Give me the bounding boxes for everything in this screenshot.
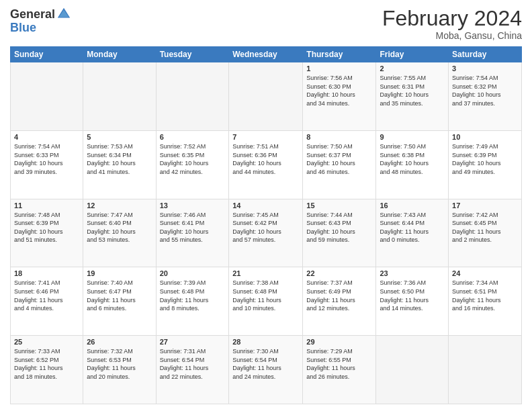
calendar-cell: 5Sunrise: 7:53 AM Sunset: 6:34 PM Daylig…	[83, 130, 156, 199]
day-number: 15	[306, 201, 372, 210]
logo-icon	[56, 7, 71, 21]
calendar-body: 1Sunrise: 7:56 AM Sunset: 6:30 PM Daylig…	[11, 62, 522, 404]
logo: General Blue	[10, 7, 71, 34]
calendar-week-row: 25Sunrise: 7:33 AM Sunset: 6:52 PM Dayli…	[11, 336, 522, 404]
calendar-header-cell: Saturday	[449, 47, 522, 62]
day-info: Sunrise: 7:31 AM Sunset: 6:54 PM Dayligh…	[160, 347, 226, 381]
calendar-cell: 3Sunrise: 7:54 AM Sunset: 6:32 PM Daylig…	[449, 62, 522, 131]
day-info: Sunrise: 7:37 AM Sunset: 6:49 PM Dayligh…	[306, 279, 372, 312]
day-number: 25	[14, 338, 79, 346]
day-number: 21	[232, 269, 299, 277]
calendar-cell: 4Sunrise: 7:54 AM Sunset: 6:33 PM Daylig…	[11, 130, 83, 199]
calendar-cell	[449, 336, 522, 404]
day-number: 23	[380, 269, 445, 277]
day-info: Sunrise: 7:50 AM Sunset: 6:38 PM Dayligh…	[380, 142, 445, 176]
calendar-cell	[229, 62, 303, 131]
calendar: SundayMondayTuesdayWednesdayThursdayFrid…	[10, 46, 522, 404]
calendar-header-row: SundayMondayTuesdayWednesdayThursdayFrid…	[11, 47, 522, 62]
calendar-cell: 16Sunrise: 7:43 AM Sunset: 6:44 PM Dayli…	[376, 199, 449, 267]
day-number: 14	[232, 201, 299, 210]
day-info: Sunrise: 7:38 AM Sunset: 6:48 PM Dayligh…	[232, 279, 299, 312]
day-number: 10	[452, 133, 518, 141]
day-info: Sunrise: 7:55 AM Sunset: 6:31 PM Dayligh…	[380, 74, 445, 107]
day-info: Sunrise: 7:54 AM Sunset: 6:33 PM Dayligh…	[14, 142, 79, 176]
calendar-cell: 14Sunrise: 7:45 AM Sunset: 6:42 PM Dayli…	[229, 199, 303, 267]
day-info: Sunrise: 7:44 AM Sunset: 6:43 PM Dayligh…	[306, 211, 372, 244]
day-info: Sunrise: 7:45 AM Sunset: 6:42 PM Dayligh…	[232, 211, 299, 244]
day-number: 7	[232, 133, 299, 141]
calendar-week-row: 18Sunrise: 7:41 AM Sunset: 6:46 PM Dayli…	[11, 267, 522, 336]
calendar-header-cell: Tuesday	[156, 47, 229, 62]
calendar-cell: 20Sunrise: 7:39 AM Sunset: 6:48 PM Dayli…	[156, 267, 229, 336]
day-number: 3	[452, 64, 518, 73]
calendar-cell: 11Sunrise: 7:48 AM Sunset: 6:39 PM Dayli…	[11, 199, 83, 267]
day-number: 2	[380, 64, 445, 73]
calendar-header-cell: Monday	[83, 47, 156, 62]
location: Moba, Gansu, China	[382, 30, 522, 41]
calendar-header-cell: Sunday	[11, 47, 83, 62]
header: General Blue February 2024 Moba, Gansu, …	[10, 7, 522, 41]
day-info: Sunrise: 7:47 AM Sunset: 6:40 PM Dayligh…	[87, 211, 152, 244]
day-info: Sunrise: 7:54 AM Sunset: 6:32 PM Dayligh…	[452, 74, 518, 107]
calendar-cell: 19Sunrise: 7:40 AM Sunset: 6:47 PM Dayli…	[83, 267, 156, 336]
calendar-header-cell: Wednesday	[229, 47, 303, 62]
day-info: Sunrise: 7:50 AM Sunset: 6:37 PM Dayligh…	[306, 142, 372, 176]
day-number: 28	[232, 338, 299, 346]
calendar-header: SundayMondayTuesdayWednesdayThursdayFrid…	[11, 47, 522, 62]
day-number: 18	[14, 269, 79, 277]
page: General Blue February 2024 Moba, Gansu, …	[0, 0, 532, 411]
day-info: Sunrise: 7:48 AM Sunset: 6:39 PM Dayligh…	[14, 211, 79, 244]
calendar-cell: 17Sunrise: 7:42 AM Sunset: 6:45 PM Dayli…	[449, 199, 522, 267]
calendar-cell	[376, 336, 449, 404]
calendar-header-cell: Thursday	[303, 47, 376, 62]
day-number: 20	[160, 269, 226, 277]
calendar-cell: 25Sunrise: 7:33 AM Sunset: 6:52 PM Dayli…	[11, 336, 83, 404]
day-number: 11	[14, 201, 79, 210]
day-info: Sunrise: 7:29 AM Sunset: 6:55 PM Dayligh…	[306, 347, 372, 381]
day-info: Sunrise: 7:52 AM Sunset: 6:35 PM Dayligh…	[160, 142, 226, 176]
calendar-cell: 12Sunrise: 7:47 AM Sunset: 6:40 PM Dayli…	[83, 199, 156, 267]
day-info: Sunrise: 7:39 AM Sunset: 6:48 PM Dayligh…	[160, 279, 226, 312]
day-info: Sunrise: 7:56 AM Sunset: 6:30 PM Dayligh…	[306, 74, 372, 107]
calendar-cell: 26Sunrise: 7:32 AM Sunset: 6:53 PM Dayli…	[83, 336, 156, 404]
month-title: February 2024	[382, 7, 522, 30]
calendar-cell: 18Sunrise: 7:41 AM Sunset: 6:46 PM Dayli…	[11, 267, 83, 336]
day-number: 5	[87, 133, 152, 141]
day-number: 29	[306, 338, 372, 346]
day-number: 1	[306, 64, 372, 73]
day-info: Sunrise: 7:53 AM Sunset: 6:34 PM Dayligh…	[87, 142, 152, 176]
calendar-cell: 23Sunrise: 7:36 AM Sunset: 6:50 PM Dayli…	[376, 267, 449, 336]
logo-general-text: General	[10, 8, 55, 20]
calendar-week-row: 1Sunrise: 7:56 AM Sunset: 6:30 PM Daylig…	[11, 62, 522, 131]
day-number: 19	[87, 269, 152, 277]
day-info: Sunrise: 7:46 AM Sunset: 6:41 PM Dayligh…	[160, 211, 226, 244]
day-info: Sunrise: 7:42 AM Sunset: 6:45 PM Dayligh…	[452, 211, 518, 244]
day-number: 22	[306, 269, 372, 277]
day-number: 12	[87, 201, 152, 210]
calendar-cell: 24Sunrise: 7:34 AM Sunset: 6:51 PM Dayli…	[449, 267, 522, 336]
day-number: 13	[160, 201, 226, 210]
calendar-cell: 10Sunrise: 7:49 AM Sunset: 6:39 PM Dayli…	[449, 130, 522, 199]
calendar-cell	[83, 62, 156, 131]
day-number: 6	[160, 133, 226, 141]
calendar-week-row: 11Sunrise: 7:48 AM Sunset: 6:39 PM Dayli…	[11, 199, 522, 267]
day-number: 24	[452, 269, 518, 277]
day-info: Sunrise: 7:40 AM Sunset: 6:47 PM Dayligh…	[87, 279, 152, 312]
calendar-cell: 6Sunrise: 7:52 AM Sunset: 6:35 PM Daylig…	[156, 130, 229, 199]
calendar-cell: 22Sunrise: 7:37 AM Sunset: 6:49 PM Dayli…	[303, 267, 376, 336]
day-number: 26	[87, 338, 152, 346]
calendar-cell: 28Sunrise: 7:30 AM Sunset: 6:54 PM Dayli…	[229, 336, 303, 404]
calendar-cell: 9Sunrise: 7:50 AM Sunset: 6:38 PM Daylig…	[376, 130, 449, 199]
calendar-cell	[156, 62, 229, 131]
title-area: February 2024 Moba, Gansu, China	[382, 7, 522, 41]
day-info: Sunrise: 7:34 AM Sunset: 6:51 PM Dayligh…	[452, 279, 518, 312]
calendar-cell: 8Sunrise: 7:50 AM Sunset: 6:37 PM Daylig…	[303, 130, 376, 199]
day-number: 8	[306, 133, 372, 141]
calendar-header-cell: Friday	[376, 47, 449, 62]
day-info: Sunrise: 7:43 AM Sunset: 6:44 PM Dayligh…	[380, 211, 445, 244]
day-number: 27	[160, 338, 226, 346]
calendar-cell: 7Sunrise: 7:51 AM Sunset: 6:36 PM Daylig…	[229, 130, 303, 199]
calendar-cell: 13Sunrise: 7:46 AM Sunset: 6:41 PM Dayli…	[156, 199, 229, 267]
calendar-cell: 27Sunrise: 7:31 AM Sunset: 6:54 PM Dayli…	[156, 336, 229, 404]
day-info: Sunrise: 7:32 AM Sunset: 6:53 PM Dayligh…	[87, 347, 152, 381]
